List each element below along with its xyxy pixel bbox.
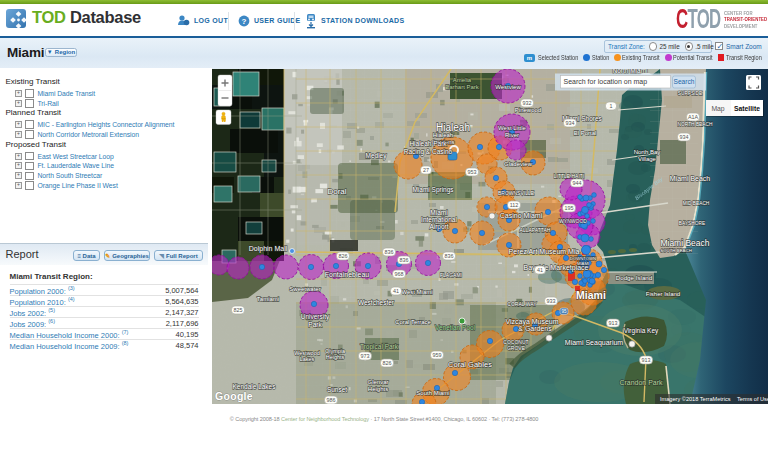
svg-text:Airport: Airport [429,223,448,231]
svg-text:Google: Google [215,390,253,402]
svg-text:Miami Seaquarium: Miami Seaquarium [565,339,624,347]
svg-text:826: 826 [383,360,392,366]
svg-text:Kendale Lakes: Kendale Lakes [232,383,276,390]
svg-text:95: 95 [561,309,567,314]
svg-text:826: 826 [339,253,348,259]
svg-text:Miami Beach: Miami Beach [670,175,711,182]
svg-text:1: 1 [610,103,613,109]
svg-text:934: 934 [680,134,689,140]
svg-text:Map: Map [711,105,724,113]
svg-text:Hialeah Park: Hialeah Park [409,140,447,147]
svg-text:913: 913 [609,320,618,326]
svg-text:Park: Park [308,321,322,328]
svg-text:825: 825 [234,307,243,313]
svg-text:Earhart Park: Earhart Park [445,84,480,90]
svg-text:GROVE: GROVE [507,345,526,351]
svg-text:International: International [421,216,457,223]
svg-text:934: 934 [566,120,575,126]
svg-text:BROWNSVILLE: BROWNSVILLE [498,190,535,196]
svg-text:Miami Springs: Miami Springs [412,186,454,194]
svg-text:Doral: Doral [327,187,346,196]
svg-text:959: 959 [433,352,442,358]
svg-text:Perez Art Museum Mia: Perez Art Museum Mia [509,248,580,255]
svg-text:West Little: West Little [498,125,527,131]
svg-text:ALLAPATTAH: ALLAPATTAH [520,227,551,233]
svg-text:North Bay: North Bay [634,149,661,155]
svg-text:Village: Village [638,156,657,162]
svg-text:MID BEACH: MID BEACH [683,201,710,206]
svg-text:986: 986 [327,397,336,403]
svg-text:195: 195 [565,205,574,211]
svg-text:836: 836 [400,257,409,263]
svg-text:& Gardens: & Gardens [518,325,552,332]
svg-text:Tamiami: Tamiami [257,296,279,302]
svg-text:University: University [301,313,330,321]
svg-text:41: 41 [537,267,543,273]
svg-text:WYNWOOD: WYNWOOD [559,218,587,224]
svg-text:Pinewood: Pinewood [515,107,541,113]
svg-text:SURFSIDE: SURFSIDE [678,91,702,96]
svg-text:Fontainebleau: Fontainebleau [325,271,369,278]
svg-text:27: 27 [423,167,429,173]
svg-text:913: 913 [642,357,651,363]
svg-text:Heights: Heights [326,354,345,360]
svg-text:932: 932 [523,100,532,106]
svg-text:MIAMI: MIAMI [577,261,589,266]
svg-text:112: 112 [510,202,519,208]
svg-text:Satellite: Satellite [734,105,760,112]
svg-text:Crandon Park: Crandon Park [619,379,663,386]
svg-text:A1A: A1A [688,114,699,120]
svg-text:Amelia: Amelia [453,77,472,83]
svg-text:Sunset: Sunset [327,386,347,393]
svg-text:Gladeview: Gladeview [504,161,533,167]
svg-text:CORAL WAY: CORAL WAY [507,301,537,307]
svg-text:Glenvar: Glenvar [367,379,388,385]
svg-text:LITTLE HAITI: LITTLE HAITI [554,173,585,179]
svg-text:Coral Terrace: Coral Terrace [395,319,432,325]
svg-text:Lakes: Lakes [300,356,315,362]
svg-text:953: 953 [468,169,477,175]
svg-text:Westchester: Westchester [358,299,395,306]
svg-text:Virginia Key: Virginia Key [624,327,659,335]
svg-text:944: 944 [573,180,582,186]
svg-text:Coral Gables: Coral Gables [448,360,492,369]
svg-text:Search: Search [674,78,695,85]
svg-text:Medley: Medley [366,152,388,160]
svg-text:968: 968 [395,271,404,277]
svg-text:Dodge Island: Dodge Island [616,274,653,281]
svg-text:Dolphin Mall: Dolphin Mall [249,245,288,253]
svg-text:Fisher Island: Fisher Island [646,291,680,297]
svg-text:Terms of Use: Terms of Use [737,396,768,402]
svg-text:River: River [505,132,519,138]
svg-text:BAYSHORE: BAYSHORE [679,221,705,226]
svg-text:Miami: Miami [576,289,606,301]
svg-text:West Miami: West Miami [401,289,432,295]
svg-text:Imagery ©2018 TerraMetrics: Imagery ©2018 TerraMetrics [660,396,731,402]
svg-text:Heights: Heights [368,386,388,392]
svg-text:973: 973 [361,353,370,359]
svg-text:Search for location on map: Search for location on map [564,78,648,86]
svg-text:NORTH BEACH: NORTH BEACH [678,122,713,127]
svg-text:933: 933 [547,298,556,304]
svg-text:Westview: Westview [495,84,521,90]
svg-text:836: 836 [385,249,394,255]
svg-text:El Portal: El Portal [574,130,597,136]
svg-text:836: 836 [445,253,454,259]
svg-text:SOUTH BEACH: SOUTH BEACH [660,248,692,253]
svg-text:Casino Miami: Casino Miami [500,212,543,219]
svg-text:Sweetwater: Sweetwater [289,286,320,292]
svg-text:41: 41 [393,288,399,294]
svg-text:Miami Beach: Miami Beach [660,238,709,248]
svg-text:FLAGAMI: FLAGAMI [440,272,462,278]
svg-text:Racing & Casino: Racing & Casino [404,148,453,156]
svg-text:Hialeah: Hialeah [433,132,453,138]
svg-text:Miami: Miami [430,209,447,216]
svg-text:South Miami: South Miami [416,390,449,396]
svg-text:Venetian Pool: Venetian Pool [435,324,476,331]
svg-text:?: ? [241,16,246,25]
svg-text:Tropical Park: Tropical Park [360,343,399,351]
